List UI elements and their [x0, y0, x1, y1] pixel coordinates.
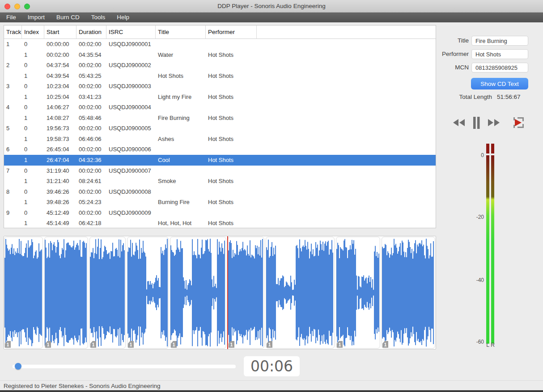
cell-performer: [206, 208, 257, 218]
cell-performer: [206, 60, 257, 71]
cell-title: [156, 60, 206, 71]
table-row[interactable]: 139:48:2605:24:23Burning FireHot Shots: [4, 197, 436, 208]
seek-slider-track[interactable]: [13, 365, 236, 368]
show-cd-text-button[interactable]: Show CD Text: [471, 78, 528, 89]
cell-filler: [257, 208, 436, 218]
cell-index: 1: [22, 92, 44, 102]
table-row[interactable]: 7031:19:4000:02:00USQDJ0900007: [4, 166, 436, 176]
column-header-index[interactable]: Index: [22, 26, 44, 38]
menu-item-help[interactable]: Help: [111, 13, 135, 22]
waveform-track-segment[interactable]: 1: [170, 237, 226, 349]
cell-performer: Hot Shots: [206, 176, 257, 187]
table-row[interactable]: 2004:37:5400:02:00USQDJ0900002: [4, 60, 436, 71]
cell-filler: [257, 92, 436, 102]
cell-title: [156, 81, 206, 92]
table-row[interactable]: 104:39:5405:43:25Hot ShotsHot Shots: [4, 71, 436, 81]
cell-track: [4, 176, 22, 187]
waveform-track-segment[interactable]: 1: [336, 237, 380, 349]
table-row[interactable]: 100:02:0004:35:54WaterHot Shots: [4, 50, 436, 60]
performer-input[interactable]: [471, 49, 528, 59]
table-row[interactable]: 145:14:4906:42:18Hot, Hot, HotHot Shots: [4, 218, 436, 229]
cell-index: 1: [22, 176, 44, 187]
cell-track: [4, 71, 22, 81]
mcn-field-label: MCN: [416, 63, 469, 72]
cell-title: Hot Shots: [156, 71, 206, 81]
table-header: TrackIndexStartDurationISRCTitlePerforme…: [4, 26, 436, 39]
table-row[interactable]: 8039:46:2600:02:00USQDJ0900008: [4, 187, 436, 197]
table-row[interactable]: 6026:45:0400:02:00USQDJ0900006: [4, 144, 436, 155]
table-row[interactable]: 114:08:2705:48:46Fire BurningHot Shots: [4, 113, 436, 124]
table-row[interactable]: 4014:06:2700:02:00USQDJ0900004: [4, 102, 436, 113]
mcn-input[interactable]: [471, 63, 528, 72]
waveform-track-segment[interactable]: 1: [266, 237, 335, 349]
cell-isrc: USQDJ0900003: [106, 81, 156, 92]
title-input[interactable]: [471, 36, 528, 46]
playhead[interactable]: [227, 236, 228, 349]
waveform-track-segment[interactable]: 1: [228, 237, 264, 349]
table-row[interactable]: 1000:00:0000:02:00USQDJ0900001: [4, 39, 436, 50]
cell-filler: [257, 134, 436, 145]
window-title: DDP Player - Sonoris Audio Engineering: [0, 0, 543, 13]
cell-filler: [257, 81, 436, 92]
zoom-window-button[interactable]: [24, 4, 30, 9]
column-header-duration[interactable]: Duration: [76, 26, 106, 38]
cell-index: 1: [22, 134, 44, 145]
table-row[interactable]: 110:25:0403:41:23Light my FireHot Shots: [4, 92, 436, 102]
cell-track: 8: [4, 187, 22, 197]
cell-isrc: USQDJ0900001: [106, 39, 156, 50]
cell-index: 0: [22, 123, 44, 134]
close-window-button[interactable]: [4, 4, 10, 9]
cell-index: 0: [22, 187, 44, 197]
cell-title: Fire Burning: [156, 113, 206, 124]
cell-performer: [206, 81, 257, 92]
cell-duration: 00:02:00: [76, 144, 106, 155]
waveform-track-segment[interactable]: 1: [89, 237, 126, 349]
cell-track: 6: [4, 144, 22, 155]
cell-index: 1: [22, 155, 44, 166]
table-row[interactable]: 9045:12:4900:02:00USQDJ0900009: [4, 208, 436, 218]
cell-performer: [206, 102, 257, 113]
cell-index: 0: [22, 81, 44, 92]
cell-title: [156, 144, 206, 155]
seek-slider-knob[interactable]: [15, 363, 21, 370]
column-header-start[interactable]: Start: [44, 26, 76, 38]
cell-isrc: USQDJ0900005: [106, 123, 156, 134]
play-selection-button[interactable]: [511, 115, 527, 130]
cell-start: 04:37:54: [44, 60, 76, 71]
cell-performer: [206, 166, 257, 176]
table-row[interactable]: 119:58:7306:46:06AshesHot Shots: [4, 134, 436, 145]
meter-right-clip-segment: [491, 144, 494, 153]
cell-title: [156, 39, 206, 50]
column-header-track[interactable]: Track: [4, 26, 22, 38]
cell-index: 1: [22, 197, 44, 208]
waveform-track-segment[interactable]: 1: [4, 237, 43, 349]
waveform-track-segment[interactable]: 1: [127, 237, 169, 349]
cell-title: [156, 208, 206, 218]
menu-item-burn-cd[interactable]: Burn CD: [51, 13, 85, 22]
rewind-button[interactable]: [452, 118, 466, 127]
fast-forward-button[interactable]: [487, 118, 501, 127]
minimize-window-button[interactable]: [14, 4, 20, 9]
title-field-label: Title: [416, 36, 469, 46]
cell-filler: [257, 155, 436, 166]
table-row[interactable]: 5019:56:7300:02:00USQDJ0900005: [4, 123, 436, 134]
menu-item-file[interactable]: File: [0, 13, 22, 22]
table-row[interactable]: 131:21:4008:24:61SmokeHot Shots: [4, 176, 436, 187]
menu-item-tools[interactable]: Tools: [85, 13, 111, 22]
column-header-performer[interactable]: Performer: [206, 26, 257, 38]
column-header-isrc[interactable]: ISRC: [106, 26, 156, 38]
meter-left-bar: [486, 155, 489, 344]
cell-title: Hot, Hot, Hot: [156, 218, 206, 229]
cell-isrc: [106, 197, 156, 208]
cell-start: 31:19:40: [44, 166, 76, 176]
waveform-track-segment[interactable]: 1: [382, 237, 435, 349]
waveform-track-segment[interactable]: 1: [44, 237, 88, 349]
registration-text: Registered to Pieter Stenekes - Sonoris …: [4, 383, 160, 389]
table-row-selected[interactable]: 126:47:0404:32:36CoolHot Shots: [4, 155, 436, 166]
cell-title: [156, 187, 206, 197]
table-row[interactable]: 3010:23:0400:02:00USQDJ0900003: [4, 81, 436, 92]
column-header-title[interactable]: Title: [156, 26, 206, 38]
menu-item-import[interactable]: Import: [22, 13, 51, 22]
pause-button[interactable]: [472, 117, 481, 129]
waveform-panel[interactable]: 111111111: [4, 236, 436, 349]
